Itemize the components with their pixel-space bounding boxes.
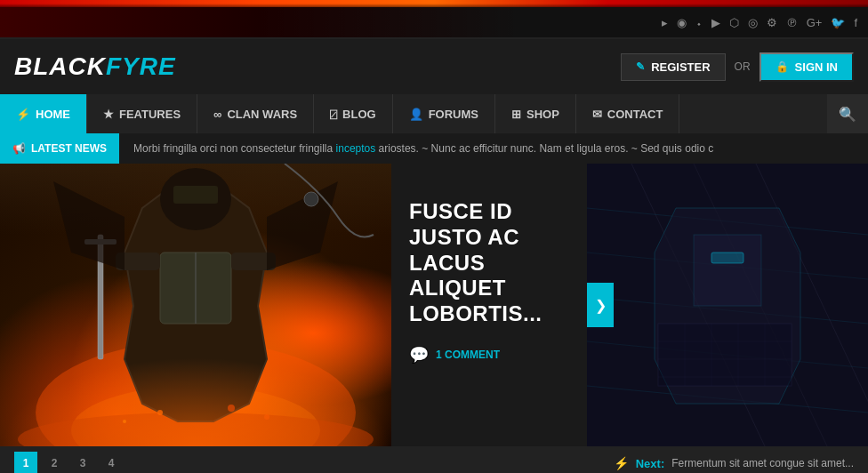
top-bar: ▸ ◉ ⬩ ▶ ⬡ ◎ ⚙ ℗ G+ 🐦 f <box>0 7 868 39</box>
svg-rect-31 <box>658 324 792 386</box>
bottom-bar: 1 2 3 4 ⚡ Next: Fermentum sit amet congu… <box>0 446 868 473</box>
logo: BLACKFYRE <box>14 52 176 81</box>
rss-icon[interactable]: ▸ <box>662 16 668 29</box>
pinterest-icon[interactable]: ℗ <box>786 16 798 29</box>
twitter-icon[interactable]: 🐦 <box>831 16 845 29</box>
slide-dots: 1 2 3 4 <box>14 452 123 473</box>
megaphone-icon: 📢 <box>12 142 26 155</box>
nav-label-shop: SHOP <box>526 108 559 121</box>
hero-image-bg <box>0 164 391 446</box>
next-preview: ⚡ Next: Fermentum sit amet congue sit am… <box>614 456 854 470</box>
antenna-icon: ⍁ <box>330 108 337 121</box>
steam-icon[interactable]: ⚙ <box>767 16 777 29</box>
nav-item-features[interactable]: ★ FEATURES <box>87 94 197 133</box>
facebook-icon[interactable]: f <box>854 16 857 29</box>
people-icon: 👤 <box>409 108 423 121</box>
nav-item-forums[interactable]: 👤 FORUMS <box>393 94 495 133</box>
nav-item-home[interactable]: ⚡ HOME <box>0 94 87 133</box>
comment-count: 1 COMMENT <box>436 349 500 361</box>
twitch-icon[interactable]: ⬡ <box>729 16 739 29</box>
register-button[interactable]: ✎ REGISTER <box>621 53 725 81</box>
svg-marker-13 <box>267 181 338 270</box>
nav-label-contact: CONTACT <box>607 108 663 121</box>
header: BLACKFYRE ✎ REGISTER OR 🔒 SIGN IN <box>0 39 868 94</box>
nav: ⚡ HOME ★ FEATURES ∞ CLAN WARS ⍁ BLOG 👤 F… <box>0 94 868 133</box>
logo-black: BLACK <box>14 52 106 80</box>
slide-dot-4[interactable]: 4 <box>100 452 123 473</box>
next-slide-arrow[interactable]: ❯ <box>587 283 614 327</box>
signin-button[interactable]: 🔒 SIGN IN <box>760 52 854 82</box>
slide-dot-2[interactable]: 2 <box>43 452 66 473</box>
home-icon: ⚡ <box>16 108 30 121</box>
logo-fyre: FYRE <box>106 52 176 80</box>
right-panel-art <box>587 164 868 446</box>
hero-comment[interactable]: 💬 1 COMMENT <box>409 345 569 365</box>
or-text: OR <box>735 60 751 73</box>
envelope-icon: ✉ <box>592 108 602 121</box>
slide-dot-3[interactable]: 3 <box>71 452 94 473</box>
lock-icon: 🔒 <box>776 60 789 73</box>
google-plus-icon[interactable]: G+ <box>807 16 823 29</box>
nav-label-features: FEATURES <box>119 108 181 121</box>
nav-label-home: HOME <box>36 108 70 121</box>
hero-title: FUSCE ID JUSTO AC LACUS ALIQUET LOBORTIS… <box>409 199 569 327</box>
svg-rect-29 <box>694 235 761 306</box>
hero-image <box>0 164 391 446</box>
bolt-icon: ⚡ <box>614 456 629 470</box>
youtube-icon[interactable]: ▶ <box>711 16 720 29</box>
nav-item-shop[interactable]: ⊞ SHOP <box>495 94 576 133</box>
infinity-icon: ∞ <box>213 108 221 121</box>
fire-glow <box>0 357 391 446</box>
next-preview-text: Fermentum sit amet congue sit amet... <box>671 457 854 469</box>
ticker: 📢 LATEST NEWS Morbi fringilla orci non c… <box>0 133 868 164</box>
ticker-text: Morbi fringilla orci non consectetur fri… <box>119 142 868 155</box>
dribbble-icon[interactable]: ◉ <box>677 16 687 29</box>
svg-rect-5 <box>173 186 218 204</box>
nav-item-clan-wars[interactable]: ∞ CLAN WARS <box>197 94 314 133</box>
fire-strip <box>0 0 868 7</box>
nav-item-contact[interactable]: ✉ CONTACT <box>576 94 680 133</box>
svg-marker-12 <box>53 181 125 270</box>
ticker-label: 📢 LATEST NEWS <box>0 133 119 164</box>
nav-label-clan-wars: CLAN WARS <box>227 108 297 121</box>
vimeo-icon[interactable]: ⬩ <box>695 16 703 29</box>
edit-icon: ✎ <box>636 60 645 73</box>
svg-point-18 <box>304 192 318 206</box>
auth-area: ✎ REGISTER OR 🔒 SIGN IN <box>621 52 854 82</box>
next-label: Next: <box>636 457 665 470</box>
slide-dot-1[interactable]: 1 <box>14 452 37 473</box>
nav-label-forums: FORUMS <box>429 108 478 121</box>
search-button[interactable]: 🔍 <box>827 94 868 133</box>
search-icon: 🔍 <box>839 106 856 123</box>
main-content: FUSCE ID JUSTO AC LACUS ALIQUET LOBORTIS… <box>0 164 868 446</box>
comment-icon: 💬 <box>409 345 429 365</box>
instagram-icon[interactable]: ◎ <box>748 16 758 29</box>
nav-item-blog[interactable]: ⍁ BLOG <box>314 94 393 133</box>
right-panel-bg <box>587 164 868 446</box>
star-icon: ★ <box>103 108 114 121</box>
cart-icon: ⊞ <box>511 108 521 121</box>
right-panel: ❯ <box>587 164 868 446</box>
nav-label-blog: BLOG <box>342 108 376 121</box>
hero-text: FUSCE ID JUSTO AC LACUS ALIQUET LOBORTIS… <box>391 164 587 446</box>
svg-rect-30 <box>711 253 743 263</box>
